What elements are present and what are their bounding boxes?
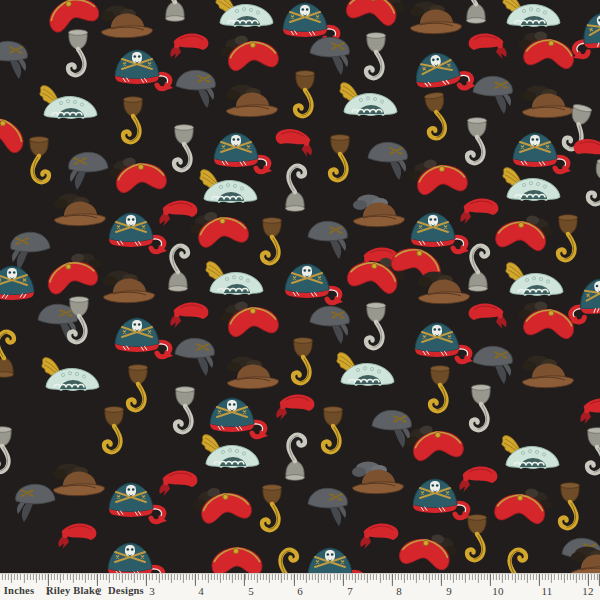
ruler-inch-number: 2: [96, 585, 102, 597]
motif-ch: [413, 48, 476, 97]
motif-sh: [285, 166, 305, 211]
motif-rt: [45, 0, 101, 34]
motif-gb: [473, 346, 512, 384]
motif-gh: [293, 338, 313, 383]
motif-bh: [227, 357, 278, 389]
motif-ch: [214, 133, 272, 174]
motif-mh: [206, 262, 263, 295]
motif-rb: [459, 466, 497, 492]
motif-gh: [104, 407, 124, 452]
ruler-brand-text: Designs: [108, 585, 144, 596]
motif-rb: [159, 470, 197, 496]
motif-gb: [308, 221, 347, 259]
motif-gb: [175, 338, 214, 376]
fabric-swatch-photo: Inches1Riley Blake2Designs3456789101112: [0, 0, 600, 600]
motif-bhg: [352, 462, 403, 494]
motif-ch: [285, 264, 343, 305]
motif-gh: [0, 332, 14, 377]
motif-gh: [277, 550, 297, 573]
motif-rb: [159, 200, 197, 226]
motif-rb: [276, 394, 314, 420]
motif-rtf: [219, 32, 279, 72]
motif-rtf: [188, 207, 249, 249]
motif-gh: [123, 97, 143, 142]
ruler-inch-number: 5: [248, 585, 254, 597]
ruler-inch-number: 12: [582, 585, 593, 597]
motif-bh: [226, 85, 277, 117]
motif-gh: [560, 483, 580, 528]
motif-mh: [216, 0, 273, 27]
motif-ch: [415, 323, 473, 364]
motif-gb: [16, 484, 55, 522]
motif-bh: [103, 271, 154, 303]
motif-rtf: [345, 0, 408, 28]
ruler-inch-number: 8: [396, 585, 402, 597]
motif-gh: [323, 407, 343, 452]
motif-rtf: [191, 483, 252, 525]
ruler-inch-number: 4: [198, 585, 204, 597]
fabric-pattern: [0, 0, 600, 573]
motif-bh: [522, 86, 573, 118]
motif-rb: [58, 523, 96, 549]
motif-rtf: [398, 528, 460, 572]
motif-mh: [200, 170, 257, 203]
motif-gh: [330, 135, 350, 180]
motif-sh: [587, 158, 600, 207]
motif-rtf: [408, 156, 468, 196]
motif-sh: [466, 0, 486, 23]
motif-layer: [0, 0, 600, 573]
motif-gb: [310, 37, 349, 75]
motif-bh: [54, 194, 105, 226]
motif-ch: [411, 213, 469, 254]
motif-rtf: [516, 29, 576, 69]
motif-bh: [101, 6, 152, 38]
motif-mh: [40, 86, 97, 119]
motif-sh: [366, 303, 386, 348]
motif-sh: [366, 33, 386, 78]
ruler-inch-number: 3: [149, 585, 155, 597]
motif-rb: [469, 33, 507, 59]
motif-rtf: [404, 422, 464, 462]
ruler-inch-number: 9: [446, 585, 452, 597]
ruler-inch-number: 6: [297, 585, 303, 597]
motif-rb: [580, 398, 600, 424]
motif-ch: [109, 213, 167, 254]
motif-gb: [368, 142, 407, 180]
motif-mh: [202, 435, 259, 468]
motif-mh: [503, 0, 560, 27]
motif-rtf: [494, 485, 554, 525]
motif-mh: [503, 168, 560, 201]
motif-gb: [69, 152, 108, 190]
motif-ch: [210, 398, 268, 439]
motif-sh: [168, 246, 188, 291]
motif-gb: [11, 232, 50, 270]
motif-rb: [360, 523, 398, 549]
ruler-brand-text: Inches: [4, 585, 34, 596]
motif-bh: [410, 2, 461, 34]
motif-sh: [0, 427, 12, 472]
motif-gh: [430, 366, 450, 411]
motif-rtf: [107, 154, 167, 194]
motif-mh: [502, 436, 559, 469]
ruler-inch-number: 10: [492, 585, 503, 597]
motif-rb: [460, 198, 498, 224]
ruler-brand-text: Riley Blake: [46, 585, 100, 596]
ruler-inch-number: 11: [542, 585, 553, 597]
motif-sh: [175, 387, 195, 432]
motif-rb: [572, 137, 600, 168]
motif-rb: [274, 127, 315, 158]
motif-gb: [0, 41, 27, 79]
motif-sh: [68, 30, 88, 75]
motif-gb: [473, 76, 512, 114]
motif-ch: [115, 318, 173, 359]
motif-sh: [285, 435, 305, 480]
motif-bh: [53, 464, 104, 496]
motif-gb: [176, 70, 215, 108]
motif-rtf: [495, 212, 555, 252]
ruler: Inches1Riley Blake2Designs3456789101112: [0, 573, 600, 600]
motif-sh: [467, 118, 487, 163]
motif-gh: [295, 71, 315, 116]
motif-sh: [165, 0, 185, 21]
motif-gh: [424, 92, 450, 140]
motif-sh: [587, 428, 600, 473]
